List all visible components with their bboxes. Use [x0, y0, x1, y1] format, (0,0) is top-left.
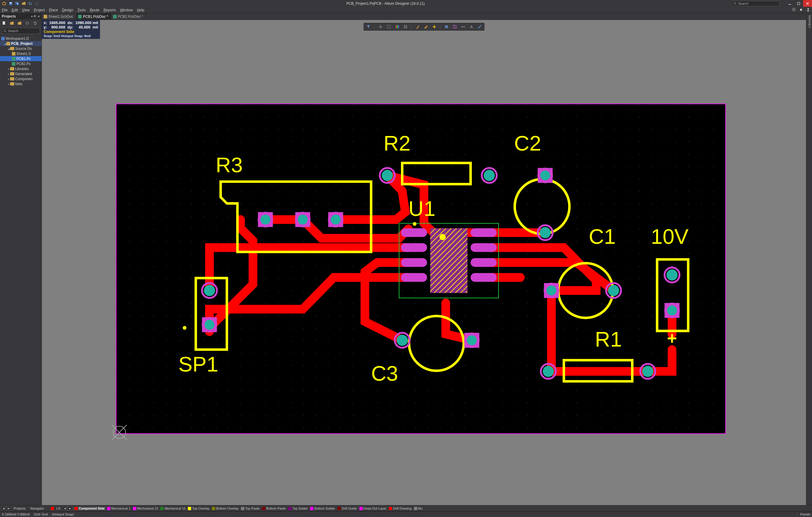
layer-tab[interactable]: Component Side	[73, 507, 106, 510]
user-icon[interactable]	[806, 7, 810, 12]
crosshair-icon[interactable]	[378, 24, 383, 29]
pin-icon[interactable]: ⇱	[34, 15, 36, 18]
dropdown-icon[interactable]: ▾	[31, 15, 33, 18]
svg-point-81	[413, 222, 417, 226]
close-button[interactable]	[803, 0, 812, 7]
align-icon[interactable]	[395, 24, 400, 29]
layer-tab[interactable]: Drill Guide	[336, 507, 358, 510]
menu-project[interactable]: Project	[34, 8, 45, 12]
nav-left-icon[interactable]: ◀	[1, 506, 5, 511]
document-tabs: Sheet1.SchDocPCB1.PcbDoc *PCB2.PcbDoc *	[42, 13, 806, 20]
drc-icon[interactable]	[452, 24, 457, 29]
undo-icon[interactable]	[28, 1, 33, 6]
tree-folder[interactable]: ▸Libraries	[0, 66, 41, 71]
nav-tab-projects[interactable]: Projects	[12, 507, 27, 510]
tree-file[interactable]: PCB2.Pc	[0, 61, 41, 66]
tree-source-docs[interactable]: ◢Source Do	[0, 46, 41, 51]
menu-place[interactable]: Place	[49, 8, 58, 12]
pcb-canvas[interactable]: x: 1665.000 dx: 1090.000 mil y: 900.000 …	[42, 20, 806, 505]
menu-edit[interactable]: Edit	[11, 8, 18, 12]
layer-next-icon[interactable]: ▶	[68, 506, 72, 511]
nav-tab-navigator[interactable]: Navigator	[28, 507, 46, 510]
array-icon[interactable]	[403, 24, 408, 29]
layer-tab[interactable]: Mechanical 13	[132, 507, 160, 510]
folder-icon[interactable]	[17, 21, 22, 26]
menu-file[interactable]: File	[2, 8, 7, 12]
document-tab[interactable]: PCB1.PcbDoc *	[76, 13, 111, 20]
libraries-tab-label[interactable]: Libraries	[808, 15, 811, 28]
document-tab[interactable]: PCB2.PcbDoc *	[111, 13, 146, 20]
layer-tab[interactable]: Keep-Out Layer	[358, 507, 388, 510]
route-icon[interactable]	[415, 24, 420, 29]
layer-tab[interactable]: Mu	[413, 507, 424, 510]
maximize-button[interactable]	[794, 0, 803, 7]
tree-folder[interactable]: ▸Nets	[0, 81, 41, 86]
svg-rect-79	[430, 228, 467, 293]
layer-tab[interactable]: Bottom Solder	[309, 507, 336, 510]
tree-folder[interactable]: ▸Generated	[0, 71, 41, 76]
save-icon[interactable]	[8, 1, 13, 6]
redo-icon[interactable]	[34, 1, 39, 6]
libraries-dock[interactable]: Libraries	[806, 13, 812, 505]
pcb-board-view[interactable]: R3 SP1	[42, 20, 806, 505]
gear-icon[interactable]	[792, 7, 796, 12]
svg-rect-28	[387, 25, 390, 28]
layer-tab[interactable]: Drill Drawing	[387, 507, 412, 510]
layer-stack-icon[interactable]	[444, 24, 449, 29]
menu-window[interactable]: Window	[120, 8, 133, 12]
menu-tools[interactable]: Tools	[78, 8, 86, 12]
open-project-icon[interactable]	[9, 21, 14, 26]
highlight-net-icon[interactable]	[432, 24, 437, 29]
diff-pair-icon[interactable]	[423, 24, 429, 29]
svg-point-92	[382, 170, 393, 181]
status-snap: (Hotspot Snap)	[52, 513, 74, 516]
menu-view[interactable]: View	[22, 8, 30, 12]
save-all-icon[interactable]	[15, 1, 20, 6]
tree-file[interactable]: Sheet1.S	[0, 51, 41, 56]
layer-tab[interactable]: Top Paste	[240, 507, 261, 510]
projects-search-input[interactable]: Search	[2, 28, 40, 34]
layer-tab[interactable]: Mechanical 1	[106, 507, 132, 510]
svg-text:R2: R2	[383, 132, 410, 155]
tree-workspace[interactable]: Workspace1.D	[0, 36, 41, 41]
menu-help[interactable]: Help	[137, 8, 144, 12]
menu-reports[interactable]: Reports	[104, 8, 116, 12]
status-bar: X:1665mil Y:900mil Grid: 5mil (Hotspot S…	[0, 511, 812, 517]
text-icon[interactable]: A	[469, 24, 474, 29]
menu-route[interactable]: Route	[90, 8, 99, 12]
layer-tab[interactable]: Bottom Overlay	[211, 507, 240, 510]
settings-icon[interactable]	[25, 21, 30, 26]
select-rect-icon[interactable]	[386, 24, 392, 29]
panel-close-icon[interactable]: ✕	[37, 15, 40, 18]
refresh-icon[interactable]	[33, 21, 37, 26]
global-search-input[interactable]: Search	[732, 1, 779, 6]
document-tab[interactable]: Sheet1.SchDoc	[42, 13, 76, 20]
svg-point-99	[540, 170, 550, 181]
tree-folder[interactable]: ▸Componen	[0, 76, 41, 81]
dimension-icon[interactable]	[460, 24, 466, 29]
tree-file[interactable]: PCB1.Pc	[0, 56, 41, 61]
layer-tab[interactable]: Mechanical 15	[159, 507, 187, 510]
filter-icon[interactable]	[366, 24, 371, 29]
ls-button[interactable]: LS	[55, 507, 61, 510]
open-icon[interactable]	[21, 1, 26, 6]
new-file-icon[interactable]	[2, 21, 6, 26]
layer-prev-icon[interactable]: ◀	[63, 506, 67, 511]
layer-tab[interactable]: Top Overlay	[187, 507, 211, 510]
svg-rect-84	[471, 258, 497, 267]
svg-rect-88	[401, 258, 427, 267]
menu-design[interactable]: Design	[62, 8, 73, 12]
svg-text:R1: R1	[595, 328, 622, 351]
nav-right-icon[interactable]: ▶	[6, 506, 11, 511]
svg-point-36	[433, 26, 435, 28]
layer-tab[interactable]: Top Solder	[287, 507, 309, 510]
project-tree[interactable]: Workspace1.D ◢PCB_Project ◢Source Do She…	[0, 35, 41, 88]
minimize-button[interactable]	[785, 0, 794, 7]
panels-button[interactable]: Panels	[798, 513, 810, 516]
svg-point-24	[4, 30, 6, 32]
line-icon[interactable]	[477, 24, 482, 29]
svg-rect-33	[406, 25, 407, 26]
tree-project[interactable]: ◢PCB_Project	[0, 41, 41, 46]
layer-tab[interactable]: Bottom Paste	[261, 507, 287, 510]
bell-icon[interactable]	[799, 7, 803, 12]
